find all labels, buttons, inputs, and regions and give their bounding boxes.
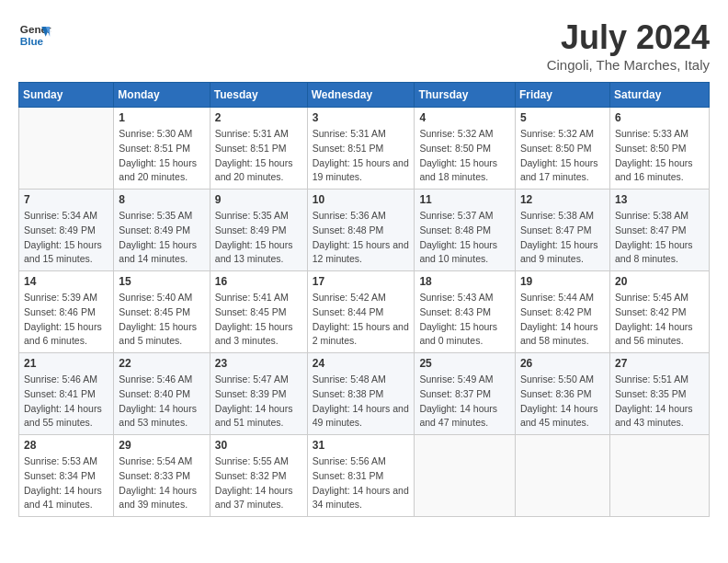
week-row-1: 1Sunrise: 5:30 AMSunset: 8:51 PMDaylight… <box>19 108 710 190</box>
day-number: 3 <box>313 111 410 124</box>
day-info: Sunrise: 5:50 AMSunset: 8:36 PMDaylight:… <box>520 373 605 431</box>
logo: General Blue <box>18 18 51 52</box>
day-number: 20 <box>615 275 704 288</box>
day-number: 27 <box>615 357 704 370</box>
day-number: 28 <box>24 439 108 452</box>
day-cell: 1Sunrise: 5:30 AMSunset: 8:51 PMDaylight… <box>114 108 210 190</box>
day-number: 29 <box>119 439 204 452</box>
day-info: Sunrise: 5:46 AMSunset: 8:41 PMDaylight:… <box>24 373 108 431</box>
day-number: 6 <box>615 111 704 124</box>
day-info: Sunrise: 5:53 AMSunset: 8:34 PMDaylight:… <box>24 454 108 512</box>
day-number: 15 <box>119 275 204 288</box>
day-number: 30 <box>215 439 302 452</box>
day-info: Sunrise: 5:37 AMSunset: 8:48 PMDaylight:… <box>419 209 510 267</box>
day-cell: 29Sunrise: 5:54 AMSunset: 8:33 PMDayligh… <box>114 435 210 517</box>
day-info: Sunrise: 5:35 AMSunset: 8:49 PMDaylight:… <box>119 209 204 267</box>
day-number: 7 <box>24 193 108 206</box>
week-row-3: 14Sunrise: 5:39 AMSunset: 8:46 PMDayligh… <box>19 271 710 353</box>
day-cell: 17Sunrise: 5:42 AMSunset: 8:44 PMDayligh… <box>307 271 415 353</box>
day-info: Sunrise: 5:47 AMSunset: 8:39 PMDaylight:… <box>215 373 302 431</box>
day-info: Sunrise: 5:45 AMSunset: 8:42 PMDaylight:… <box>615 291 704 349</box>
day-number: 8 <box>119 193 204 206</box>
day-info: Sunrise: 5:40 AMSunset: 8:45 PMDaylight:… <box>119 291 204 349</box>
day-info: Sunrise: 5:35 AMSunset: 8:49 PMDaylight:… <box>215 209 302 267</box>
day-number: 12 <box>520 193 605 206</box>
day-info: Sunrise: 5:54 AMSunset: 8:33 PMDaylight:… <box>119 454 204 512</box>
day-number: 26 <box>520 357 605 370</box>
day-cell <box>515 435 609 517</box>
month-title: July 2024 <box>547 18 710 57</box>
day-number: 19 <box>520 275 605 288</box>
day-cell: 8Sunrise: 5:35 AMSunset: 8:49 PMDaylight… <box>114 190 210 271</box>
day-cell: 28Sunrise: 5:53 AMSunset: 8:34 PMDayligh… <box>19 435 114 517</box>
day-cell: 5Sunrise: 5:32 AMSunset: 8:50 PMDaylight… <box>515 108 609 190</box>
day-info: Sunrise: 5:39 AMSunset: 8:46 PMDaylight:… <box>24 291 108 349</box>
day-number: 5 <box>520 111 605 124</box>
day-number: 14 <box>24 275 108 288</box>
day-cell: 13Sunrise: 5:38 AMSunset: 8:47 PMDayligh… <box>609 190 709 271</box>
day-info: Sunrise: 5:56 AMSunset: 8:31 PMDaylight:… <box>313 454 410 512</box>
day-info: Sunrise: 5:48 AMSunset: 8:38 PMDaylight:… <box>313 373 410 431</box>
day-info: Sunrise: 5:31 AMSunset: 8:51 PMDaylight:… <box>313 127 410 185</box>
day-cell: 20Sunrise: 5:45 AMSunset: 8:42 PMDayligh… <box>609 271 709 353</box>
col-header-sunday: Sunday <box>19 83 114 108</box>
calendar-header-row: SundayMondayTuesdayWednesdayThursdayFrid… <box>19 83 710 108</box>
day-cell: 15Sunrise: 5:40 AMSunset: 8:45 PMDayligh… <box>114 271 210 353</box>
day-cell: 23Sunrise: 5:47 AMSunset: 8:39 PMDayligh… <box>210 353 307 435</box>
day-cell: 6Sunrise: 5:33 AMSunset: 8:50 PMDaylight… <box>609 108 709 190</box>
day-info: Sunrise: 5:43 AMSunset: 8:43 PMDaylight:… <box>419 291 510 349</box>
day-cell: 21Sunrise: 5:46 AMSunset: 8:41 PMDayligh… <box>19 353 114 435</box>
week-row-2: 7Sunrise: 5:34 AMSunset: 8:49 PMDaylight… <box>19 190 710 271</box>
header: General Blue July 2024 Cingoli, The Marc… <box>18 18 710 73</box>
day-cell <box>19 108 114 190</box>
day-cell: 19Sunrise: 5:44 AMSunset: 8:42 PMDayligh… <box>515 271 609 353</box>
week-row-4: 21Sunrise: 5:46 AMSunset: 8:41 PMDayligh… <box>19 353 710 435</box>
day-number: 17 <box>313 275 410 288</box>
day-number: 25 <box>419 357 510 370</box>
day-cell: 24Sunrise: 5:48 AMSunset: 8:38 PMDayligh… <box>307 353 415 435</box>
day-number: 4 <box>419 111 510 124</box>
col-header-tuesday: Tuesday <box>210 83 307 108</box>
day-info: Sunrise: 5:41 AMSunset: 8:45 PMDaylight:… <box>215 291 302 349</box>
day-info: Sunrise: 5:38 AMSunset: 8:47 PMDaylight:… <box>615 209 704 267</box>
day-info: Sunrise: 5:36 AMSunset: 8:48 PMDaylight:… <box>313 209 410 267</box>
day-number: 23 <box>215 357 302 370</box>
day-info: Sunrise: 5:34 AMSunset: 8:49 PMDaylight:… <box>24 209 108 267</box>
day-info: Sunrise: 5:55 AMSunset: 8:32 PMDaylight:… <box>215 454 302 512</box>
day-number: 24 <box>313 357 410 370</box>
day-number: 16 <box>215 275 302 288</box>
day-number: 31 <box>313 439 410 452</box>
day-info: Sunrise: 5:30 AMSunset: 8:51 PMDaylight:… <box>119 127 204 185</box>
day-cell: 11Sunrise: 5:37 AMSunset: 8:48 PMDayligh… <box>415 190 516 271</box>
day-number: 10 <box>313 193 410 206</box>
day-cell: 16Sunrise: 5:41 AMSunset: 8:45 PMDayligh… <box>210 271 307 353</box>
day-cell: 25Sunrise: 5:49 AMSunset: 8:37 PMDayligh… <box>415 353 516 435</box>
col-header-wednesday: Wednesday <box>307 83 415 108</box>
col-header-thursday: Thursday <box>415 83 516 108</box>
title-area: July 2024 Cingoli, The Marches, Italy <box>547 18 710 73</box>
day-cell: 31Sunrise: 5:56 AMSunset: 8:31 PMDayligh… <box>307 435 415 517</box>
day-number: 18 <box>419 275 510 288</box>
day-cell <box>415 435 516 517</box>
day-info: Sunrise: 5:51 AMSunset: 8:35 PMDaylight:… <box>615 373 704 431</box>
day-cell: 4Sunrise: 5:32 AMSunset: 8:50 PMDaylight… <box>415 108 516 190</box>
col-header-monday: Monday <box>114 83 210 108</box>
col-header-friday: Friday <box>515 83 609 108</box>
day-cell <box>609 435 709 517</box>
logo-icon: General Blue <box>18 18 51 52</box>
day-info: Sunrise: 5:32 AMSunset: 8:50 PMDaylight:… <box>419 127 510 185</box>
day-cell: 2Sunrise: 5:31 AMSunset: 8:51 PMDaylight… <box>210 108 307 190</box>
calendar-table: SundayMondayTuesdayWednesdayThursdayFrid… <box>18 82 710 517</box>
day-cell: 9Sunrise: 5:35 AMSunset: 8:49 PMDaylight… <box>210 190 307 271</box>
day-number: 2 <box>215 111 302 124</box>
svg-text:Blue: Blue <box>20 35 44 47</box>
day-cell: 14Sunrise: 5:39 AMSunset: 8:46 PMDayligh… <box>19 271 114 353</box>
day-info: Sunrise: 5:31 AMSunset: 8:51 PMDaylight:… <box>215 127 302 185</box>
day-cell: 30Sunrise: 5:55 AMSunset: 8:32 PMDayligh… <box>210 435 307 517</box>
day-cell: 18Sunrise: 5:43 AMSunset: 8:43 PMDayligh… <box>415 271 516 353</box>
day-info: Sunrise: 5:44 AMSunset: 8:42 PMDaylight:… <box>520 291 605 349</box>
day-info: Sunrise: 5:32 AMSunset: 8:50 PMDaylight:… <box>520 127 605 185</box>
week-row-5: 28Sunrise: 5:53 AMSunset: 8:34 PMDayligh… <box>19 435 710 517</box>
day-info: Sunrise: 5:38 AMSunset: 8:47 PMDaylight:… <box>520 209 605 267</box>
day-number: 21 <box>24 357 108 370</box>
